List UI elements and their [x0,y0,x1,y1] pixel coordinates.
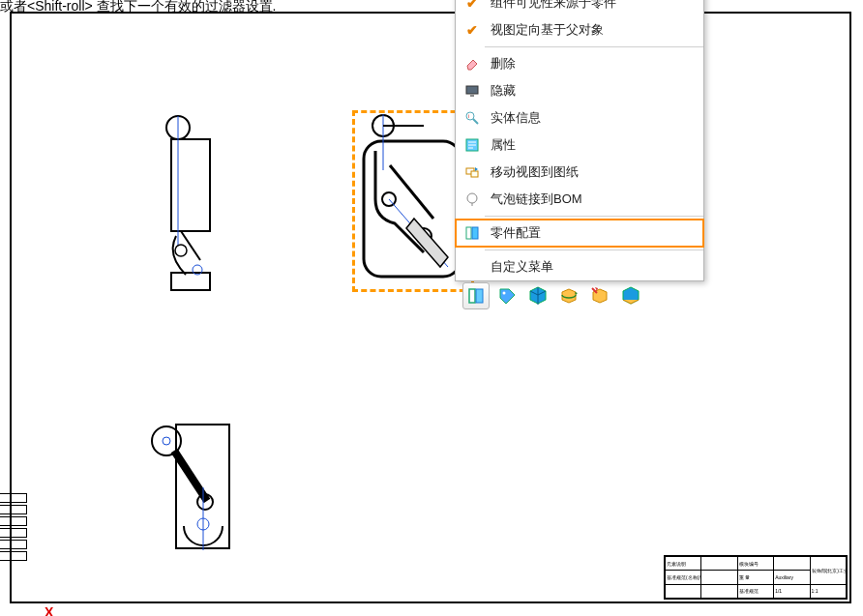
clamp-view-1[interactable] [147,110,234,294]
sheet-select-icon[interactable] [462,282,490,309]
part-config-icon [461,224,483,242]
check-icon [461,21,483,39]
menu-item[interactable]: 自定义菜单 [456,253,703,280]
tb-cell [701,584,737,598]
svg-rect-3 [171,273,210,290]
menu-item[interactable]: 删除 [456,50,703,77]
menu-item[interactable]: 移动视图到图纸 [456,159,703,186]
tb-cell: 装饰部(北京)工业设备有限公司 [810,557,846,585]
svg-rect-20 [466,86,478,94]
svg-line-16 [174,451,207,501]
clamp-view-3[interactable] [147,420,244,555]
menu-item[interactable]: i实体信息 [456,104,703,132]
tb-cell: 重 量 [737,571,773,584]
menu-item-label: 移动视图到图纸 [491,163,579,181]
menu-item-label: 隐藏 [491,82,516,100]
rotate-view-icon[interactable] [555,282,582,309]
monitor-icon [461,82,483,100]
tb-cell: Auxiliary [774,571,810,584]
tag-icon[interactable] [493,282,521,309]
menu-item-label: 属性 [491,136,516,154]
move-view-icon [461,163,483,181]
svg-rect-29 [466,227,471,239]
check-icon [461,0,483,12]
svg-text:i: i [468,113,469,119]
eraser-icon [461,55,483,73]
svg-rect-30 [472,227,478,239]
sheet-border-ticks [0,493,27,563]
mini-toolbar [462,282,644,309]
cube-blue-icon[interactable] [524,282,551,309]
cube-bottom-icon[interactable] [617,282,644,309]
context-menu: 组件可见性来源于零件视图定向基于父对象删除隐藏i实体信息属性移动视图到图纸气泡链… [455,0,704,281]
drawing-canvas[interactable]: 元素说明 模块编号 装饰部(北京)工业设备有限公司 基准规范(名称)产品规格编号… [10,12,851,603]
menu-item-label: 视图定向基于父对象 [491,21,604,39]
svg-rect-31 [469,289,475,303]
tb-cell [666,584,701,598]
svg-rect-0 [171,139,210,231]
blank-icon [461,258,483,276]
menu-item-label: 气泡链接到BOM [491,191,582,208]
tb-cell: 基准规范 [737,584,773,598]
svg-rect-27 [471,171,478,177]
svg-rect-32 [476,289,483,303]
svg-point-15 [163,437,170,445]
clamp-view-2-selected[interactable] [356,112,470,288]
menu-item-label: 零件配置 [491,224,541,242]
tb-cell: 基准规范(名称)产品规格编号 [666,571,701,584]
balloon-icon [461,191,483,208]
menu-item[interactable]: 隐藏 [456,77,703,104]
svg-point-33 [503,292,506,295]
menu-item[interactable]: 属性 [456,132,703,159]
tb-cell: 1:1 [810,584,846,598]
svg-point-28 [467,193,477,203]
menu-item-label: 实体信息 [491,109,541,127]
svg-line-23 [473,119,478,124]
tb-cell: 元素说明 [666,557,701,571]
new-view-icon[interactable] [586,282,613,309]
menu-item-label: 组件可见性来源于零件 [491,0,616,12]
origin-x-indicator: X [45,604,53,616]
tb-cell: 模块编号 [737,557,773,571]
tb-cell: 1/1 [774,584,810,598]
svg-rect-21 [470,95,474,97]
menu-separator [485,249,703,250]
menu-item[interactable]: 气泡链接到BOM [456,186,703,213]
menu-item[interactable]: 组件可见性来源于零件 [456,0,703,16]
info-icon: i [461,109,483,127]
tb-cell [701,557,737,571]
menu-item[interactable]: 视图定向基于父对象 [456,16,703,44]
svg-point-4 [175,245,187,256]
tb-cell [701,571,737,584]
properties-icon [461,136,483,154]
menu-item-label: 删除 [491,55,516,73]
menu-item[interactable]: 零件配置 [456,220,703,247]
menu-separator [485,46,703,47]
menu-separator [485,216,703,217]
menu-item-label: 自定义菜单 [491,258,553,276]
drawing-title-block: 元素说明 模块编号 装饰部(北京)工业设备有限公司 基准规范(名称)产品规格编号… [664,555,848,600]
tb-cell [774,557,810,571]
